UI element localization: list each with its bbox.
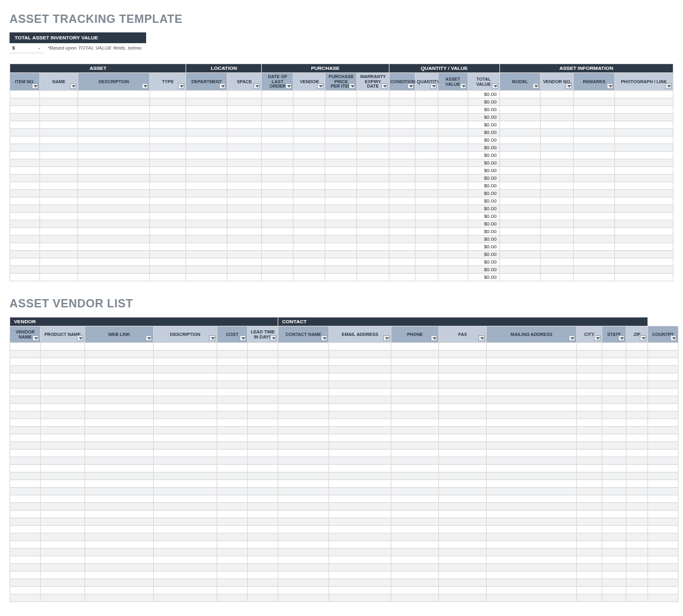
cell[interactable] <box>487 351 577 358</box>
column-header[interactable]: STATE <box>602 326 626 343</box>
cell[interactable] <box>186 129 227 137</box>
cell[interactable] <box>329 533 391 541</box>
cell[interactable] <box>487 533 577 541</box>
cell[interactable] <box>217 518 248 526</box>
cell[interactable] <box>439 373 487 381</box>
cell[interactable] <box>615 114 673 121</box>
cell[interactable] <box>391 518 439 526</box>
cell[interactable] <box>248 594 278 602</box>
cell[interactable] <box>150 167 186 175</box>
cell[interactable] <box>78 137 150 144</box>
table-row[interactable] <box>10 366 679 373</box>
cell[interactable] <box>248 343 278 351</box>
cell[interactable] <box>278 442 329 450</box>
cell[interactable] <box>577 533 602 541</box>
cell[interactable] <box>154 450 217 457</box>
cell[interactable] <box>85 594 154 602</box>
table-row[interactable]: $0.00 <box>10 98 673 106</box>
cell[interactable] <box>438 243 468 251</box>
cell[interactable] <box>439 343 487 351</box>
filter-dropdown-icon[interactable] <box>142 83 148 89</box>
cell[interactable] <box>154 472 217 480</box>
cell[interactable] <box>329 488 391 495</box>
cell[interactable] <box>39 258 78 266</box>
cell[interactable] <box>438 121 468 129</box>
cell[interactable] <box>648 556 679 564</box>
cell[interactable] <box>438 274 468 281</box>
cell[interactable]: $0.00 <box>468 137 499 144</box>
cell[interactable] <box>217 503 248 511</box>
cell[interactable] <box>78 129 150 137</box>
cell[interactable] <box>574 91 615 98</box>
column-header[interactable]: VENDOR <box>294 73 325 91</box>
cell[interactable] <box>416 167 438 175</box>
cell[interactable] <box>416 159 438 167</box>
cell[interactable] <box>150 274 186 281</box>
cell[interactable] <box>499 114 541 121</box>
cell[interactable] <box>541 144 574 152</box>
cell[interactable] <box>602 564 626 572</box>
cell[interactable] <box>78 175 150 182</box>
cell[interactable] <box>389 205 416 213</box>
cell[interactable] <box>278 480 329 488</box>
cell[interactable] <box>329 587 391 594</box>
cell[interactable] <box>41 579 85 587</box>
cell[interactable] <box>150 121 186 129</box>
cell[interactable] <box>648 442 679 450</box>
cell[interactable] <box>85 533 154 541</box>
cell[interactable] <box>41 518 85 526</box>
cell[interactable] <box>85 457 154 465</box>
cell[interactable] <box>648 495 679 503</box>
cell[interactable]: $0.00 <box>468 121 499 129</box>
cell[interactable] <box>416 121 438 129</box>
cell[interactable] <box>262 129 294 137</box>
table-row[interactable] <box>10 594 679 602</box>
cell[interactable] <box>391 488 439 495</box>
cell[interactable] <box>217 442 248 450</box>
cell[interactable] <box>391 503 439 511</box>
cell[interactable] <box>262 228 294 236</box>
cell[interactable] <box>217 450 248 457</box>
cell[interactable] <box>278 533 329 541</box>
cell[interactable]: $0.00 <box>468 205 499 213</box>
cell[interactable] <box>391 366 439 373</box>
cell[interactable] <box>262 182 294 190</box>
cell[interactable] <box>41 457 85 465</box>
cell[interactable] <box>248 488 278 495</box>
cell[interactable] <box>439 541 487 549</box>
cell[interactable] <box>150 251 186 258</box>
cell[interactable] <box>648 396 679 404</box>
cell[interactable] <box>262 137 294 144</box>
cell[interactable] <box>39 228 78 236</box>
cell[interactable] <box>217 488 248 495</box>
cell[interactable] <box>648 587 679 594</box>
cell[interactable] <box>416 175 438 182</box>
cell[interactable] <box>499 274 541 281</box>
table-row[interactable]: $0.00 <box>10 266 673 274</box>
table-row[interactable] <box>10 511 679 518</box>
cell[interactable] <box>325 114 357 121</box>
cell[interactable] <box>602 533 626 541</box>
cell[interactable] <box>626 396 648 404</box>
table-row[interactable] <box>10 503 679 511</box>
cell[interactable] <box>615 167 673 175</box>
cell[interactable] <box>615 98 673 106</box>
filter-dropdown-icon[interactable] <box>178 83 184 89</box>
cell[interactable] <box>10 98 40 106</box>
cell[interactable] <box>85 396 154 404</box>
cell[interactable] <box>217 381 248 389</box>
cell[interactable] <box>10 159 40 167</box>
column-header[interactable]: VENDOR NAME <box>10 326 41 343</box>
cell[interactable] <box>217 556 248 564</box>
cell[interactable] <box>541 190 574 198</box>
cell[interactable] <box>577 564 602 572</box>
table-row[interactable] <box>10 373 679 381</box>
cell[interactable] <box>262 251 294 258</box>
cell[interactable] <box>248 541 278 549</box>
cell[interactable] <box>248 503 278 511</box>
cell[interactable] <box>41 488 85 495</box>
cell[interactable] <box>262 220 294 228</box>
cell[interactable] <box>487 526 577 533</box>
cell[interactable] <box>227 106 262 114</box>
cell[interactable] <box>648 503 679 511</box>
